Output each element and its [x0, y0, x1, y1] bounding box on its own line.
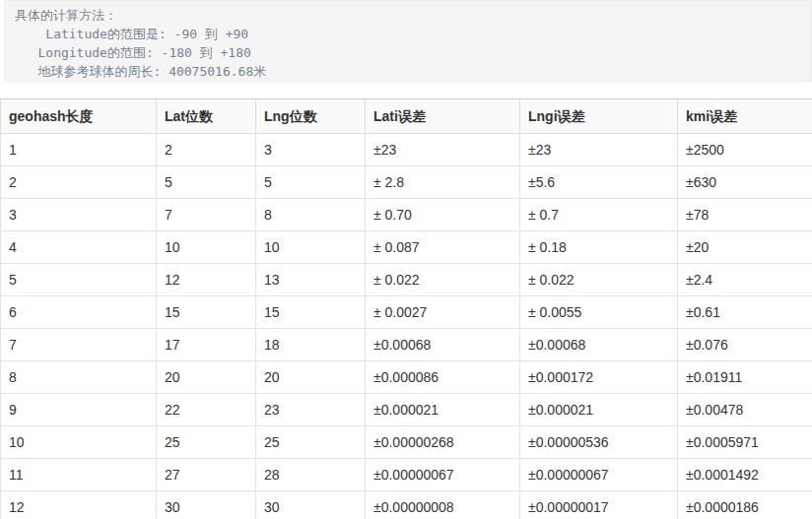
table-cell: 2	[157, 134, 256, 166]
table-row: 61515± 0.0027± 0.0055±0.61	[1, 296, 812, 329]
table-row: 123030±0.00000008±0.00000017±0.0000186	[1, 491, 812, 519]
table-row: 123±23±23±2500	[1, 134, 812, 166]
table-cell: ±2500	[678, 134, 812, 166]
table-cell: ±0.00068	[520, 329, 678, 361]
table-cell: ±0.00000067	[520, 459, 678, 491]
table-cell: ±0.0000186	[678, 491, 812, 519]
table-cell: 25	[256, 426, 366, 459]
table-cell: ± 0.087	[366, 231, 520, 264]
table-cell: 20	[256, 361, 366, 394]
table-cell: 7	[157, 199, 256, 231]
table-cell: 5	[157, 166, 256, 199]
table-cell: ±2.4	[678, 264, 812, 296]
geohash-precision-table-wrap: geohash长度Lat位数Lng位数Lati误差Lngi误差kmi误差 123…	[0, 98, 812, 519]
table-cell: 30	[256, 491, 366, 519]
table-cell: 12	[157, 264, 256, 296]
table-cell: ±0.00000536	[520, 426, 678, 459]
table-cell: ±0.000086	[366, 361, 520, 394]
column-header: Lati误差	[366, 99, 520, 134]
table-cell: 12	[1, 491, 157, 519]
table-cell: 4	[1, 231, 157, 264]
table-cell: 3	[1, 199, 157, 231]
table-cell: ±5.6	[520, 166, 678, 199]
table-cell: 8	[1, 361, 157, 394]
table-row: 41010± 0.087± 0.18±20	[1, 231, 812, 264]
table-cell: ± 0.18	[520, 231, 678, 264]
table-header-row: geohash长度Lat位数Lng位数Lati误差Lngi误差kmi误差	[1, 99, 812, 134]
table-row: 378± 0.70± 0.7±78	[1, 199, 812, 231]
table-cell: ±0.000021	[520, 394, 678, 426]
table-cell: ±23	[366, 134, 520, 166]
table-cell: ±0.00000268	[366, 426, 520, 459]
table-cell: 28	[256, 459, 366, 491]
table-row: 51213± 0.022± 0.022±2.4	[1, 264, 812, 296]
table-cell: ±23	[520, 134, 678, 166]
geohash-precision-table: geohash长度Lat位数Lng位数Lati误差Lngi误差kmi误差 123…	[0, 98, 812, 519]
table-cell: ±630	[678, 166, 812, 199]
table-cell: ±0.076	[678, 329, 812, 361]
table-cell: ±20	[678, 231, 812, 264]
table-cell: 10	[157, 231, 256, 264]
table-cell: ± 0.0027	[366, 296, 520, 329]
table-cell: ±0.0001492	[678, 459, 812, 491]
table-cell: ±0.00000008	[366, 491, 520, 519]
code-block: 具体的计算方法： Latitude的范围是: -90 到 +90 Longitu…	[4, 0, 812, 82]
column-header: kmi误差	[678, 99, 812, 134]
table-cell: 7	[1, 329, 157, 361]
table-cell: ±78	[678, 199, 812, 231]
table-cell: 5	[1, 264, 157, 296]
table-cell: 5	[256, 166, 366, 199]
table-cell: 17	[157, 329, 256, 361]
table-row: 112728±0.00000067±0.00000067±0.0001492	[1, 459, 812, 491]
column-header: Lngi误差	[520, 99, 678, 134]
table-cell: 9	[1, 394, 157, 426]
column-header: Lng位数	[256, 99, 366, 134]
table-cell: 11	[1, 459, 157, 491]
table-cell: 30	[157, 491, 256, 519]
table-cell: ±0.0005971	[678, 426, 812, 459]
table-cell: 8	[256, 199, 366, 231]
table-cell: 23	[256, 394, 366, 426]
table-cell: ±0.00000067	[366, 459, 520, 491]
table-row: 71718±0.00068±0.00068±0.076	[1, 329, 812, 361]
column-header: geohash长度	[1, 99, 157, 134]
table-cell: ±0.00068	[366, 329, 520, 361]
table-cell: 10	[256, 231, 366, 264]
table-cell: 18	[256, 329, 366, 361]
table-cell: ±0.61	[678, 296, 812, 329]
table-cell: ±0.000021	[366, 394, 520, 426]
table-cell: 15	[157, 296, 256, 329]
table-cell: 13	[256, 264, 366, 296]
table-cell: ± 0.022	[366, 264, 520, 296]
table-cell: ± 0.7	[520, 199, 678, 231]
table-cell: 25	[157, 426, 256, 459]
table-cell: 1	[1, 134, 157, 166]
table-cell: ±0.00478	[678, 394, 812, 426]
table-cell: 3	[256, 134, 366, 166]
table-cell: ± 2.8	[366, 166, 520, 199]
table-cell: 2	[1, 166, 157, 199]
table-cell: 10	[1, 426, 157, 459]
column-header: Lat位数	[157, 99, 256, 134]
table-cell: ±0.01911	[678, 361, 812, 394]
table-row: 92223±0.000021±0.000021±0.00478	[1, 394, 812, 426]
table-cell: 27	[157, 459, 256, 491]
table-cell: ± 0.022	[520, 264, 678, 296]
table-cell: 22	[157, 394, 256, 426]
table-cell: 6	[1, 296, 157, 329]
table-cell: 20	[157, 361, 256, 394]
table-cell: 15	[256, 296, 366, 329]
table-cell: ± 0.70	[366, 199, 520, 231]
table-row: 82020±0.000086±0.000172±0.01911	[1, 361, 812, 394]
table-row: 255± 2.8±5.6±630	[1, 166, 812, 199]
table-cell: ± 0.0055	[520, 296, 678, 329]
table-row: 102525±0.00000268±0.00000536±0.0005971	[1, 426, 812, 459]
table-cell: ±0.00000017	[520, 491, 678, 519]
table-cell: ±0.000172	[520, 361, 678, 394]
